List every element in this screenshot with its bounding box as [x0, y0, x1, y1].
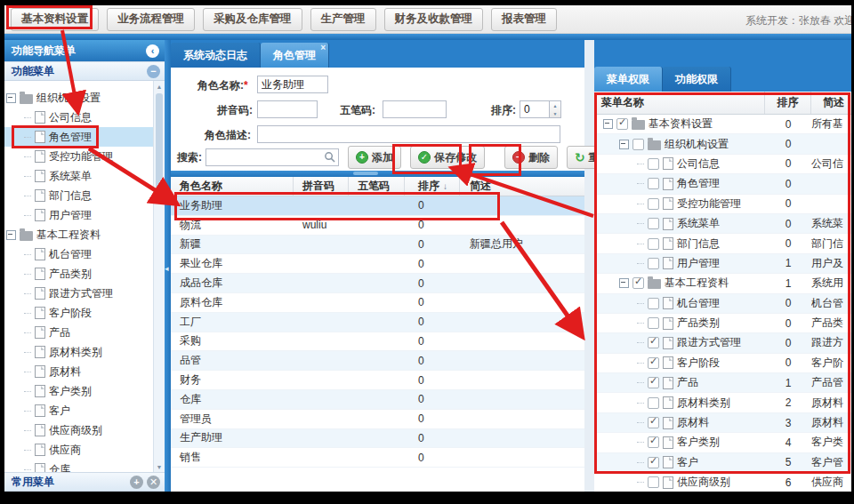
favorites-bar[interactable]: 常用菜单 + ✕ [4, 472, 165, 492]
tab-角色管理[interactable]: 角色管理× [261, 43, 329, 68]
sidebar-item-leaf[interactable]: 公司信息 [4, 108, 165, 127]
delete-button[interactable]: −删除 [504, 146, 558, 169]
role-row[interactable]: 原料仓库0 [171, 293, 584, 313]
sidebar-item-leaf[interactable]: 客户 [4, 401, 165, 420]
role-row[interactable]: 成品仓库0 [171, 274, 584, 293]
collapse-section-icon[interactable]: − [147, 65, 160, 78]
sidebar-item-leaf[interactable]: 仓库 [4, 460, 165, 472]
sidebar-item-leaf[interactable]: 机台管理 [4, 244, 165, 264]
right-panel-splitter[interactable] [584, 40, 594, 492]
permission-row[interactable]: 基本资料设置0所有基 [594, 115, 851, 134]
permission-checkbox[interactable] [648, 436, 659, 448]
column-header[interactable]: 简述 [811, 92, 851, 114]
role-row[interactable]: 生产助理0 [171, 429, 584, 449]
top-menu-button[interactable]: 业务流程管理 [107, 8, 195, 31]
permission-checkbox[interactable] [648, 258, 659, 269]
sidebar-item-leaf[interactable]: 产品 [4, 323, 165, 342]
permission-checkbox[interactable] [648, 457, 659, 468]
scroll-down-icon[interactable]: ▼ [157, 461, 163, 472]
column-header[interactable]: 菜单名称 [594, 92, 765, 114]
permission-row[interactable]: 产品类别0产品类 [594, 314, 851, 333]
permission-checkbox[interactable] [632, 139, 644, 150]
permission-row[interactable]: 基本工程资料1系统用 [594, 274, 851, 293]
permission-checkbox[interactable] [648, 158, 659, 170]
permission-checkbox[interactable] [648, 357, 659, 369]
column-header[interactable]: 排序↓ [405, 177, 460, 196]
permission-checkbox[interactable] [648, 298, 659, 309]
permission-checkbox[interactable] [648, 476, 659, 488]
stepper-down-icon[interactable]: ▼ [550, 109, 560, 117]
expand-toggle-icon[interactable] [619, 278, 629, 288]
permission-row[interactable]: 客户类别4客户类 [594, 433, 851, 452]
permission-row[interactable]: 机台管理0机台管 [594, 294, 851, 314]
sidebar-scrollbar[interactable]: ▲ ▼ [153, 81, 165, 472]
favorites-add-icon[interactable]: + [130, 476, 143, 489]
sort-input[interactable] [520, 100, 550, 118]
top-menu-button[interactable]: 报表管理 [491, 8, 557, 31]
tab-功能权限[interactable]: 功能权限 [663, 67, 731, 92]
column-header[interactable]: 拼音码 [294, 177, 349, 196]
permission-row[interactable]: 用户管理1用户及 [594, 254, 851, 274]
favorites-close-icon[interactable]: ✕ [147, 476, 160, 489]
column-header[interactable]: 角色名称 [171, 177, 294, 196]
role-row[interactable]: 管理员0 [171, 410, 584, 429]
scroll-up-icon[interactable]: ▲ [157, 81, 163, 92]
permission-row[interactable]: 客户5客户管 [594, 453, 851, 473]
sidebar-item-leaf[interactable]: 供应商级别 [4, 420, 165, 440]
sidebar-item-leaf[interactable]: 跟进方式管理 [4, 284, 165, 303]
save-button[interactable]: ✓保存修改 [410, 146, 485, 169]
sort-stepper[interactable]: ▲ ▼ [550, 100, 561, 118]
sidebar-item-group[interactable]: 基本工程资料 [4, 225, 165, 244]
wubi-input[interactable] [383, 100, 447, 118]
column-header[interactable]: 简述 [460, 177, 584, 196]
top-menu-button[interactable]: 财务及收款管理 [384, 8, 484, 31]
permission-row[interactable]: 跟进方式管理0跟进方 [594, 333, 851, 353]
sidebar-item-leaf[interactable]: 客户阶段 [4, 303, 165, 323]
permission-checkbox[interactable] [648, 337, 659, 348]
role-row[interactable]: 业务助理0 [171, 196, 584, 216]
permission-row[interactable]: 供应商级别6供应商 [594, 473, 851, 492]
sidebar-splitter[interactable]: ◂ [165, 40, 171, 492]
permission-row[interactable]: 原材料类别2原材料 [594, 393, 851, 412]
permission-checkbox[interactable] [648, 317, 659, 329]
sidebar-item-leaf[interactable]: 角色管理 [4, 127, 165, 147]
permission-checkbox[interactable] [616, 118, 628, 130]
sidebar-item-leaf[interactable]: 产品类别 [4, 264, 165, 284]
expand-toggle-icon[interactable] [603, 119, 613, 129]
permission-row[interactable]: 系统菜单0系统菜 [594, 214, 851, 234]
sidebar-section-header[interactable]: 功能菜单 − [4, 61, 165, 81]
role-row[interactable]: 工厂0 [171, 313, 584, 332]
role-row[interactable]: 物流wuliu0 [171, 216, 584, 236]
permission-row[interactable]: 角色管理0 [594, 174, 851, 194]
tab-close-icon[interactable]: × [320, 44, 326, 52]
role-row[interactable]: 采购0 [171, 332, 584, 352]
column-header[interactable]: 排序 [765, 92, 811, 114]
permission-row[interactable]: 产品1产品管 [594, 373, 851, 393]
top-menu-button[interactable]: 基本资料设置 [11, 8, 99, 31]
permission-checkbox[interactable] [648, 377, 659, 388]
role-desc-input[interactable] [257, 125, 560, 143]
sidebar-item-leaf[interactable]: 客户类别 [4, 381, 165, 401]
permission-checkbox[interactable] [648, 238, 659, 250]
expand-toggle-icon[interactable] [619, 140, 629, 149]
expand-toggle-icon[interactable] [6, 93, 16, 103]
permission-checkbox[interactable] [648, 218, 659, 229]
permission-row[interactable]: 公司信息0公司信 [594, 155, 851, 174]
top-menu-button[interactable]: 生产管理 [310, 8, 376, 31]
tab-菜单权限[interactable]: 菜单权限 [594, 67, 663, 92]
top-menu-button[interactable]: 采购及仓库管理 [203, 8, 302, 31]
permission-checkbox[interactable] [648, 198, 659, 210]
permission-row[interactable]: 受控功能管理0 [594, 195, 851, 214]
expand-toggle-icon[interactable] [6, 230, 16, 240]
permission-checkbox[interactable] [648, 397, 659, 409]
sidebar-item-leaf[interactable]: 用户管理 [4, 205, 165, 225]
sidebar-item-leaf[interactable]: 原材料类别 [4, 342, 165, 362]
sidebar-item-leaf[interactable]: 供应商 [4, 440, 165, 460]
sidebar-item-leaf[interactable]: 系统菜单 [4, 166, 165, 186]
splitter-collapse-icon[interactable]: ◂ [165, 264, 169, 273]
sidebar-item-group[interactable]: 组织机构设置 [4, 88, 165, 108]
permission-checkbox[interactable] [648, 178, 659, 189]
permission-row[interactable]: 原材料3原材料 [594, 413, 851, 433]
role-row[interactable]: 财务0 [171, 371, 584, 390]
role-row[interactable]: 果业仓库0 [171, 254, 584, 274]
